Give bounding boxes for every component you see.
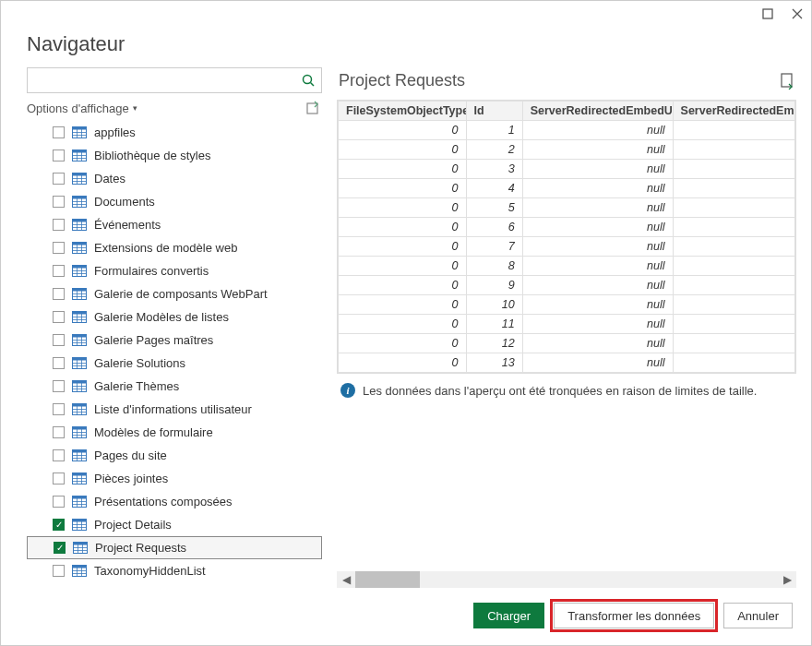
table-row[interactable]: 09null [339,276,795,295]
scroll-track[interactable] [355,571,778,588]
checkbox[interactable] [53,426,65,438]
table-row[interactable]: 011null [339,315,795,334]
checkbox[interactable] [53,565,65,577]
table-row[interactable]: 06null [339,218,795,237]
table-cell: 2 [466,140,522,160]
tree-item[interactable]: Pièces jointes [27,467,322,490]
tree-item-label: Galerie Pages maîtres [94,333,322,347]
table-cell: null [522,334,673,353]
cancel-button[interactable]: Annuler [723,603,793,628]
search-icon[interactable] [295,68,321,92]
table-row[interactable]: 07null [339,237,795,257]
table-row[interactable]: 010null [339,295,795,315]
tree-item-label: Événements [94,218,322,232]
checkbox[interactable] [53,357,65,369]
column-header[interactable]: ServerRedirectedEmbed [673,102,794,121]
transform-data-button[interactable]: Transformer les données [554,603,714,628]
horizontal-scrollbar[interactable]: ◀ ▶ [337,571,796,588]
checkbox[interactable] [53,334,65,346]
search-box[interactable] [27,67,322,93]
svg-rect-76 [73,404,87,407]
export-icon[interactable] [780,73,794,90]
table-cell [673,276,794,295]
tree-item[interactable]: Documents [27,190,322,213]
source-tree[interactable]: appfilesBibliothèque de stylesDatesDocum… [27,121,322,588]
checkbox[interactable] [53,449,65,461]
svg-rect-34 [73,243,87,245]
tree-item[interactable]: Liste d'informations utilisateur [27,398,322,421]
tree-item[interactable]: TaxonomyHiddenList [27,559,322,582]
tree-item[interactable]: Bibliothèque de styles [27,144,322,167]
table-row[interactable]: 013null [339,353,795,373]
tree-item-label: Formulaires convertis [94,264,322,278]
load-button[interactable]: Charger [473,603,544,628]
svg-rect-46 [73,289,87,292]
table-row[interactable]: 01null [339,121,795,140]
table-row[interactable]: 05null [339,198,795,218]
checkbox[interactable] [53,519,65,531]
column-header[interactable]: ServerRedirectedEmbedUri [522,102,673,121]
tree-item[interactable]: Modèles de formulaire [27,421,322,444]
tree-item[interactable]: Project Details [27,513,322,536]
scroll-left-icon[interactable]: ◀ [337,573,355,586]
table-row[interactable]: 03null [339,160,795,179]
tree-item[interactable]: Dates [27,167,322,190]
table-row[interactable]: 08null [339,257,795,276]
tree-item[interactable]: Événements [27,213,322,236]
svg-rect-112 [74,543,88,545]
checkbox[interactable] [53,403,65,415]
close-icon[interactable] [789,6,806,22]
svg-rect-28 [73,220,87,222]
checkbox[interactable] [53,265,65,277]
checkbox[interactable] [53,311,65,323]
column-header[interactable]: FileSystemObjectType [339,102,467,121]
checkbox[interactable] [53,288,65,300]
tree-item[interactable]: Galerie Pages maîtres [27,329,322,352]
column-header[interactable]: Id [466,102,522,121]
svg-rect-82 [73,427,87,430]
checkbox[interactable] [53,150,65,162]
tree-item[interactable]: Galerie Thèmes [27,375,322,398]
checkbox[interactable] [53,196,65,208]
table-cell [673,353,794,373]
table-row[interactable]: 04null [339,179,795,198]
refresh-icon[interactable] [305,101,320,115]
checkbox[interactable] [53,219,65,231]
tree-item-label: Galerie Thèmes [94,379,322,393]
table-row[interactable]: 02null [339,140,795,160]
tree-item[interactable]: Project Requests [27,536,322,559]
table-cell: 0 [339,334,467,353]
table-icon [72,380,87,392]
table-icon [72,565,87,577]
scroll-thumb[interactable] [355,571,420,588]
checkbox[interactable] [53,473,65,484]
tree-item[interactable]: Présentations composées [27,490,322,513]
checkbox[interactable] [53,242,65,254]
tree-item[interactable]: Galerie Solutions [27,352,322,375]
table-cell: 7 [466,237,522,257]
tree-item[interactable]: Galerie Modèles de listes [27,305,322,329]
scroll-right-icon[interactable]: ▶ [778,573,796,586]
tree-item[interactable]: Galerie de composants WebPart [27,282,322,305]
tree-item[interactable]: Pages du site [27,444,322,467]
svg-rect-40 [73,266,87,269]
table-row[interactable]: 012null [339,334,795,353]
checkbox[interactable] [53,173,65,185]
tree-item[interactable]: Extensions de modèle web [27,236,322,259]
checkbox[interactable] [54,542,66,554]
search-input[interactable] [28,74,295,88]
checkbox[interactable] [53,380,65,392]
table-cell: null [522,295,673,315]
tree-item[interactable]: appfiles [27,121,322,144]
maximize-icon[interactable] [759,6,776,22]
table-cell: 5 [466,198,522,218]
checkbox[interactable] [53,496,65,508]
tree-item[interactable]: Formulaires convertis [27,259,322,282]
navigator-window: Navigateur Options d'affichage ▾ appfile… [0,0,812,646]
table-cell [673,198,794,218]
tree-item-label: Documents [94,195,322,209]
checkbox[interactable] [53,126,65,138]
display-options-dropdown[interactable]: Options d'affichage ▾ [27,102,137,115]
table-icon [72,357,87,369]
table-cell: null [522,140,673,160]
